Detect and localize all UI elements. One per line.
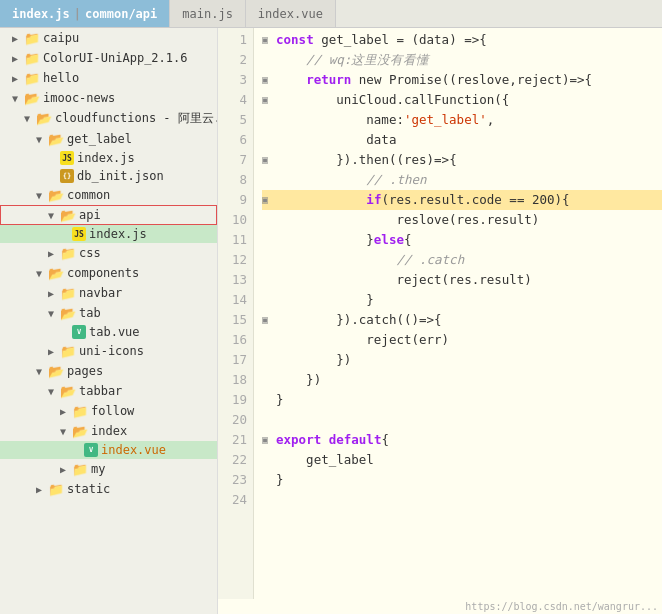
code-token: } <box>276 390 284 410</box>
sidebar-item-colorui[interactable]: 📁ColorUI-UniApp_2.1.6 <box>0 48 217 68</box>
tree-icon-static: 📁 <box>48 481 64 497</box>
code-line-16: reject(err) <box>262 330 662 350</box>
code-token: , <box>487 110 495 130</box>
code-line-12: // .catch <box>262 250 662 270</box>
sidebar-item-get_label_index_js[interactable]: JSindex.js <box>0 149 217 167</box>
tree-label-colorui: ColorUI-UniApp_2.1.6 <box>43 51 188 65</box>
collapse-icon-7[interactable]: ▣ <box>262 150 274 170</box>
tree-icon-get_label_index_js: JS <box>60 151 74 165</box>
tree-label-api: api <box>79 208 101 222</box>
tree-icon-tab_vue: V <box>72 325 86 339</box>
sidebar-item-index[interactable]: 📂index <box>0 421 217 441</box>
collapse-icon-21[interactable]: ▣ <box>262 430 274 450</box>
line-num-5: 5 <box>218 110 247 130</box>
line-num-8: 8 <box>218 170 247 190</box>
tree-arrow-get_label <box>36 134 48 145</box>
tree-label-get_label: get_label <box>67 132 132 146</box>
code-line-11: }else{ <box>262 230 662 250</box>
sidebar-item-tab[interactable]: 📂tab <box>0 303 217 323</box>
sidebar-item-uni-icons[interactable]: 📁uni-icons <box>0 341 217 361</box>
code-line-14: } <box>262 290 662 310</box>
code-token: const <box>276 30 321 50</box>
tree-arrow-common <box>36 190 48 201</box>
sidebar-item-hello[interactable]: 📁hello <box>0 68 217 88</box>
tree-icon-my: 📁 <box>72 461 88 477</box>
sidebar-item-tab_vue[interactable]: Vtab.vue <box>0 323 217 341</box>
tab-separator: | <box>74 7 81 21</box>
code-token: reject(err) <box>276 330 449 350</box>
line-num-7: 7 <box>218 150 247 170</box>
tab-index-vue[interactable]: index.vue <box>246 0 336 27</box>
tree-arrow-my <box>60 464 72 475</box>
tree-icon-api: 📂 <box>60 207 76 223</box>
code-line-24 <box>262 490 662 510</box>
code-token <box>276 50 306 70</box>
tree-arrow-caipu <box>12 33 24 44</box>
code-line-15: ▣ }).catch(()=>{ <box>262 310 662 330</box>
collapse-icon-4[interactable]: ▣ <box>262 90 274 110</box>
code-token: // wq:这里没有看懂 <box>306 50 429 70</box>
code-line-23: } <box>262 470 662 490</box>
tree-icon-hello: 📁 <box>24 70 40 86</box>
line-num-4: 4 <box>218 90 247 110</box>
sidebar-item-db_init_json[interactable]: {}db_init.json <box>0 167 217 185</box>
code-token: } <box>276 230 374 250</box>
tab-bar: index.js | common/api main.js index.vue <box>0 0 662 28</box>
collapse-icon-1[interactable]: ▣ <box>262 30 274 50</box>
sidebar-item-css[interactable]: 📁css <box>0 243 217 263</box>
code-editor: 123456789101112131415161718192021222324 … <box>218 28 662 614</box>
tree-arrow-css <box>48 248 60 259</box>
code-token: if <box>366 190 381 210</box>
sidebar-item-follow[interactable]: 📁follow <box>0 401 217 421</box>
code-token: get_label <box>276 450 374 470</box>
code-token: default <box>329 430 382 450</box>
sidebar-item-api_index_js[interactable]: JSindex.js <box>0 225 217 243</box>
tree-icon-api_index_js: JS <box>72 227 86 241</box>
tree-arrow-components <box>36 268 48 279</box>
tree-arrow-navbar <box>48 288 60 299</box>
tab-main-js[interactable]: main.js <box>170 0 246 27</box>
code-token: }).catch(()=>{ <box>276 310 442 330</box>
code-token: new Promise((reslove,reject)=>{ <box>359 70 592 90</box>
code-token: }).then((res)=>{ <box>276 150 457 170</box>
sidebar-item-common[interactable]: 📂common <box>0 185 217 205</box>
sidebar-item-components[interactable]: 📂components <box>0 263 217 283</box>
tree-icon-navbar: 📁 <box>60 285 76 301</box>
sidebar-item-api[interactable]: 📂api <box>0 205 217 225</box>
tree-arrow-tab <box>48 308 60 319</box>
tree-label-hello: hello <box>43 71 79 85</box>
tree-icon-db_init_json: {} <box>60 169 74 183</box>
sidebar-item-imooc-news[interactable]: 📂imooc-news <box>0 88 217 108</box>
sidebar-item-tabbar[interactable]: 📂tabbar <box>0 381 217 401</box>
tree-icon-imooc-news: 📂 <box>24 90 40 106</box>
sidebar-item-my[interactable]: 📁my <box>0 459 217 479</box>
sidebar-item-caipu[interactable]: 📁caipu <box>0 28 217 48</box>
tree-label-tab_vue: tab.vue <box>89 325 140 339</box>
code-token <box>276 170 366 190</box>
line-num-21: 21 <box>218 430 247 450</box>
line-num-23: 23 <box>218 470 247 490</box>
tree-icon-tab: 📂 <box>60 305 76 321</box>
code-line-6: data <box>262 130 662 150</box>
sidebar-item-cloudfunctions[interactable]: 📂cloudfunctions - 阿里云... <box>0 108 217 129</box>
line-num-2: 2 <box>218 50 247 70</box>
sidebar-item-static[interactable]: 📁static <box>0 479 217 499</box>
sidebar-item-get_label[interactable]: 📂get_label <box>0 129 217 149</box>
tab-label-vue: index.vue <box>258 7 323 21</box>
tree-arrow-uni-icons <box>48 346 60 357</box>
collapse-icon-15[interactable]: ▣ <box>262 310 274 330</box>
code-token: (res.result.code == 200){ <box>381 190 569 210</box>
tree-icon-colorui: 📁 <box>24 50 40 66</box>
sidebar-item-navbar[interactable]: 📁navbar <box>0 283 217 303</box>
line-num-6: 6 <box>218 130 247 150</box>
sidebar-item-pages[interactable]: 📂pages <box>0 361 217 381</box>
line-num-10: 10 <box>218 210 247 230</box>
tab-label-main: main.js <box>182 7 233 21</box>
line-num-20: 20 <box>218 410 247 430</box>
code-token: } <box>276 290 374 310</box>
sidebar-item-index_vue[interactable]: Vindex.vue <box>0 441 217 459</box>
collapse-icon-3[interactable]: ▣ <box>262 70 274 90</box>
tree-arrow-tabbar <box>48 386 60 397</box>
collapse-icon-9[interactable]: ▣ <box>262 190 274 210</box>
tab-index-js-common-api[interactable]: index.js | common/api <box>0 0 170 27</box>
